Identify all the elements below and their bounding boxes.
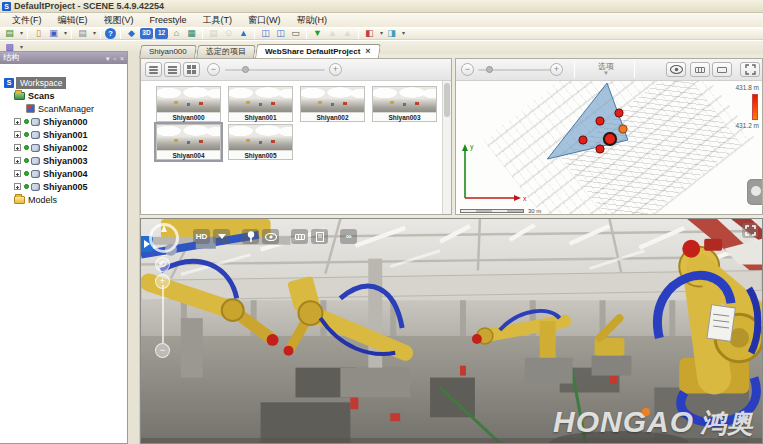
toolbar-separator[interactable] — [71, 28, 72, 39]
compass-control[interactable] — [149, 223, 179, 253]
tree-item-models[interactable]: Models — [14, 193, 57, 206]
title-bar[interactable]: S DefaultProject - SCENE 5.4.9.42254 — [0, 0, 763, 13]
scan-thumbnail-shiyan001[interactable]: Shiyan001 — [228, 86, 293, 122]
expand-icon[interactable] — [14, 118, 21, 125]
browser-scrollbar[interactable] — [442, 81, 451, 214]
map-fullscreen-button[interactable] — [740, 62, 760, 77]
upload-icon[interactable] — [237, 28, 250, 39]
hd-quality-button[interactable]: HD — [193, 229, 210, 244]
sync-up-alt-icon[interactable] — [341, 28, 354, 39]
scan-thumbnail-shiyan002[interactable]: Shiyan002 — [300, 86, 365, 122]
map-zoom-slider-thumb[interactable] — [486, 66, 493, 73]
tree-item-scans[interactable]: Scans — [14, 89, 55, 102]
view-3d-icon[interactable]: 3D — [140, 28, 153, 39]
tree-item-shiyan002[interactable]: Shiyan002 — [14, 141, 88, 154]
toolbar-separator[interactable] — [100, 28, 101, 39]
document-icon[interactable] — [207, 28, 220, 39]
image-color-icon[interactable] — [385, 28, 398, 39]
scan-thumbnail-shiyan003[interactable]: Shiyan003 — [372, 86, 437, 122]
scan-color-icon[interactable] — [363, 28, 376, 39]
marker-button[interactable] — [242, 229, 259, 244]
image-view-icon[interactable] — [185, 28, 198, 39]
tree-item-shiyan004[interactable]: Shiyan004 — [14, 167, 88, 180]
sync-down-icon[interactable] — [311, 28, 324, 39]
scan-point[interactable] — [579, 136, 588, 145]
expand-icon[interactable] — [14, 131, 21, 138]
measure-button[interactable] — [291, 229, 308, 244]
toolbar-separator[interactable] — [306, 28, 307, 39]
quality-dropdown-button[interactable] — [213, 229, 230, 244]
scan-thumbnail-shiyan000[interactable]: Shiyan000 — [156, 86, 221, 122]
tree-item-shiyan005[interactable]: Shiyan005 — [14, 180, 88, 193]
expand-icon[interactable] — [14, 183, 21, 190]
pano-zoom-slider[interactable] — [162, 285, 164, 343]
tree-item-shiyan000[interactable]: Shiyan000 — [14, 115, 88, 128]
expand-icon[interactable] — [14, 170, 21, 177]
list-view-button[interactable] — [145, 62, 162, 77]
scan-point-selected[interactable] — [603, 132, 617, 146]
expand-icon[interactable] — [14, 144, 21, 151]
menu-item[interactable]: 工具(T) — [195, 13, 241, 27]
paste-icon[interactable] — [32, 28, 45, 39]
toolbar-separator[interactable] — [202, 28, 203, 39]
annotation-button[interactable] — [311, 229, 328, 244]
window-icon[interactable] — [259, 28, 272, 39]
scan-point-highlight[interactable] — [618, 125, 627, 134]
scan-thumbnail-shiyan005[interactable]: Shiyan005 — [228, 124, 293, 160]
history-icon[interactable] — [222, 28, 235, 39]
menu-item[interactable]: 编辑(E) — [50, 13, 96, 27]
scan-point[interactable] — [614, 109, 623, 118]
panel-dropdown-icon[interactable]: ▾ — [106, 55, 110, 62]
expand-icon[interactable] — [14, 157, 21, 164]
tab-selected-items[interactable]: 选定的项目 — [196, 45, 256, 58]
view-12-icon[interactable]: 12 — [155, 28, 168, 39]
tab-webshare-defaultproject[interactable]: WebShare DefaultProject × — [255, 44, 381, 58]
new-project-icon[interactable] — [3, 28, 16, 39]
detail-view-button[interactable] — [164, 62, 181, 77]
scan-point[interactable] — [596, 117, 605, 126]
map-side-widget[interactable] — [747, 179, 762, 205]
map-zoom-in-button[interactable]: + — [550, 63, 563, 76]
tree-item-scanmanager[interactable]: ScanManager — [26, 102, 94, 115]
scan-thumbnail-shiyan004[interactable]: Shiyan004 — [156, 124, 221, 160]
map-canvas[interactable]: y x 30 m 431.8 m 431.2 m — [456, 81, 762, 214]
panel-pin-icon[interactable]: ▫ — [113, 55, 115, 62]
thumbnail-view-button[interactable] — [183, 62, 200, 77]
zoom-out-button[interactable]: − — [207, 63, 220, 76]
print-icon[interactable] — [76, 28, 89, 39]
tree-item-workspace[interactable]: S Workspace — [4, 76, 66, 89]
zoom-in-button[interactable]: + — [329, 63, 342, 76]
toolbar-separator[interactable] — [254, 28, 255, 39]
structure-panel-header[interactable]: 结构 ▾ ▫ × — [0, 52, 127, 64]
menu-item[interactable]: 视图(V) — [96, 13, 142, 27]
panel-splitter[interactable] — [128, 52, 140, 444]
layers-button[interactable] — [712, 62, 732, 77]
tab-shiyan000[interactable]: Shiyan000 — [139, 45, 197, 58]
help-icon[interactable]: ? — [105, 28, 116, 39]
toolbar-separator[interactable] — [358, 28, 359, 39]
new-window-icon[interactable] — [274, 28, 287, 39]
menu-item[interactable]: Freestyle — [142, 13, 195, 27]
panel-close-icon[interactable]: × — [120, 55, 124, 62]
toolbar-separator[interactable] — [27, 28, 28, 39]
pano-zoom-out-button[interactable]: − — [155, 343, 170, 358]
map-zoom-out-button[interactable]: − — [461, 63, 474, 76]
home-icon[interactable] — [170, 28, 183, 39]
visibility-button[interactable] — [666, 62, 686, 77]
menu-item[interactable]: 窗口(W) — [240, 13, 289, 27]
tree-item-shiyan003[interactable]: Shiyan003 — [14, 154, 88, 167]
tree-item-shiyan001[interactable]: Shiyan001 — [14, 128, 88, 141]
menu-item[interactable]: 文件(F) — [4, 13, 50, 27]
scan-point[interactable] — [596, 144, 605, 153]
pano-fullscreen-button[interactable] — [742, 223, 758, 238]
thumbnail-size-slider-thumb[interactable] — [242, 66, 249, 73]
share-icon[interactable] — [125, 28, 138, 39]
clipping-box-button[interactable] — [690, 62, 710, 77]
sync-up-icon[interactable] — [326, 28, 339, 39]
toolbar-separator[interactable] — [120, 28, 121, 39]
pano-visibility-button[interactable] — [262, 229, 279, 244]
menu-item[interactable]: 帮助(H) — [289, 13, 336, 27]
save-icon[interactable] — [47, 28, 60, 39]
thumbnail-size-slider[interactable] — [225, 69, 325, 71]
link-button[interactable]: ∞ — [340, 229, 357, 244]
